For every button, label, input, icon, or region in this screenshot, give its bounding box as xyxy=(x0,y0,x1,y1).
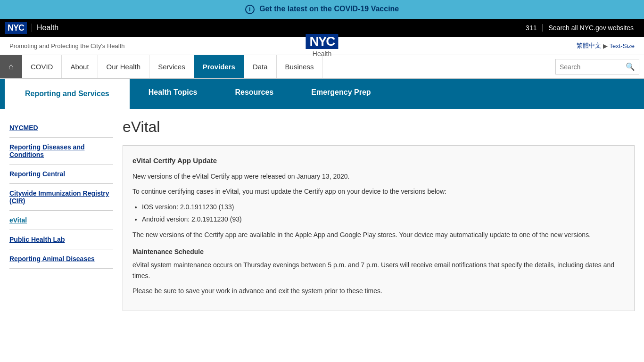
top-bar-right: 311 Search all NYC.gov websites xyxy=(520,24,639,32)
sidebar-link-reporting-animal[interactable]: Reporting Animal Diseases xyxy=(9,249,113,269)
sub-nav-health-topics[interactable]: Health Topics xyxy=(130,79,216,109)
department-name: Health xyxy=(32,24,58,32)
covid-banner: i Get the latest on the COVID-19 Vaccine xyxy=(0,0,644,19)
sidebar-link-cir[interactable]: Citywide Immunization Registry (CIR) xyxy=(9,184,113,211)
separator: ▶ xyxy=(603,42,608,49)
main-content: eVital eVital Certify App Update New ver… xyxy=(123,118,635,311)
update-box-heading: eVital Certify App Update xyxy=(132,155,625,166)
search-icon[interactable]: 🔍 xyxy=(626,62,635,71)
covid-vaccine-link[interactable]: Get the latest on the COVID-19 Vaccine xyxy=(259,5,399,13)
sidebar-link-reporting-central[interactable]: Reporting Central xyxy=(9,165,113,184)
nyc-health-logo: NYC Health xyxy=(305,34,338,58)
nav-item-our-health[interactable]: Our Health xyxy=(98,55,150,78)
maintenance-heading: Maintenance Schedule xyxy=(132,247,625,257)
lang-size: 繁體中文 ▶ Text-Size xyxy=(577,41,635,50)
nav-item-providers[interactable]: Providers xyxy=(194,55,244,78)
main-nav: ⌂ COVID About Our Health Services Provid… xyxy=(0,55,644,79)
search-input[interactable] xyxy=(560,63,626,71)
site-tagline: Promoting and Protecting the City's Heal… xyxy=(9,42,151,49)
sub-nav-reporting[interactable]: Reporting and Services xyxy=(5,79,130,109)
search-all-label[interactable]: Search all NYC.gov websites xyxy=(543,24,639,32)
sub-nav-resources[interactable]: Resources xyxy=(216,79,292,109)
home-button[interactable]: ⌂ xyxy=(0,55,22,78)
nav-item-about[interactable]: About xyxy=(62,55,98,78)
update-para1: New versions of the eVital Certify app w… xyxy=(132,171,625,181)
nav-item-business[interactable]: Business xyxy=(277,55,323,78)
maintenance-para2: Please be sure to save your work in adva… xyxy=(132,286,625,296)
maintenance-para: eVital system maintenance occurs on Thur… xyxy=(132,260,625,281)
text-size-link[interactable]: Text-Size xyxy=(610,42,635,49)
page-title: eVital xyxy=(123,118,635,136)
sidebar-link-reporting-diseases[interactable]: Reporting Diseases and Conditions xyxy=(9,138,113,165)
nyc-text: NYC xyxy=(305,34,338,49)
update-para2: To continue certifying cases in eVital, … xyxy=(132,186,625,197)
phone-311[interactable]: 311 xyxy=(520,24,543,32)
language-link[interactable]: 繁體中文 xyxy=(577,41,601,50)
version-ios: IOS version: 2.0.1911230 (133) xyxy=(142,202,625,212)
info-icon: i xyxy=(245,5,255,14)
version-android: Android version: 2.0.1911230 (93) xyxy=(142,214,625,224)
site-header: Promoting and Protecting the City's Heal… xyxy=(0,37,644,55)
search-box: 🔍 xyxy=(555,59,639,74)
logo-center: NYC Health xyxy=(305,34,338,58)
sidebar-link-nycmed[interactable]: NYCMED xyxy=(9,118,113,138)
sidebar-link-public-health-lab[interactable]: Public Health Lab xyxy=(9,230,113,249)
update-para3: The new versions of the Certify app are … xyxy=(132,230,625,240)
nav-item-services[interactable]: Services xyxy=(149,55,194,78)
sidebar-link-evital[interactable]: eVital xyxy=(9,211,113,230)
health-text: Health xyxy=(313,50,331,58)
nav-item-covid[interactable]: COVID xyxy=(22,55,62,78)
sub-nav: Reporting and Services Health Topics Res… xyxy=(0,79,644,109)
sidebar: NYCMED Reporting Diseases and Conditions… xyxy=(9,118,113,311)
content-wrapper: NYCMED Reporting Diseases and Conditions… xyxy=(0,109,644,321)
nav-item-data[interactable]: Data xyxy=(244,55,277,78)
sub-nav-emergency-prep[interactable]: Emergency Prep xyxy=(292,79,389,109)
nyc-logo: NYC xyxy=(5,22,27,34)
version-list: IOS version: 2.0.1911230 (133) Android v… xyxy=(142,202,625,225)
update-box: eVital Certify App Update New versions o… xyxy=(123,145,635,311)
